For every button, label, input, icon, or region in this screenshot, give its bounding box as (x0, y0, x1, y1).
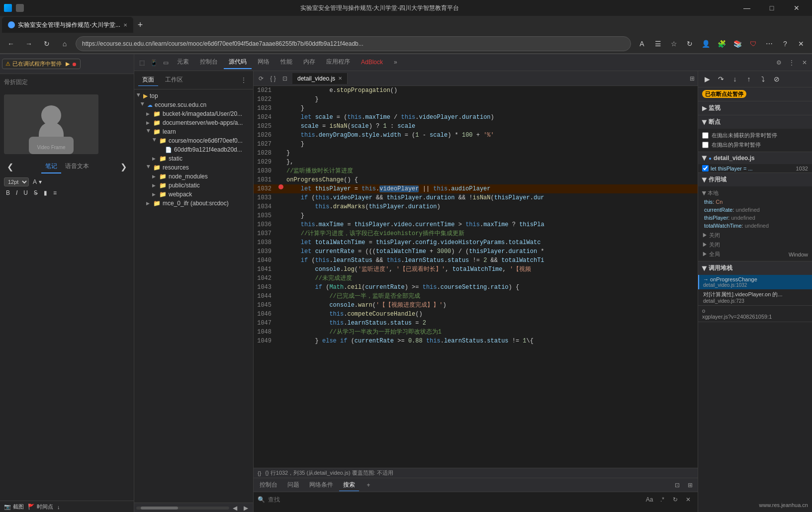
extension-button[interactable]: 🧩 (715, 37, 728, 51)
breakpoint-checkbox-uncaught[interactable] (702, 132, 709, 139)
clear-search-button[interactable]: ✕ (683, 494, 694, 505)
tab-elements[interactable]: 元素 (172, 56, 194, 69)
refresh-button[interactable]: ↻ (40, 37, 54, 51)
code-editor-area[interactable]: 1021 e.stopPropagation() 1022 } 1023 (254, 86, 698, 468)
more-button[interactable]: ⋯ (762, 37, 776, 51)
record-icon[interactable]: ⏺ (72, 61, 77, 67)
url-input[interactable] (76, 36, 631, 51)
call-stack-item-2[interactable]: 对[计算属性].videoPlayer.on 的... detail_video… (698, 289, 812, 305)
devtools-device-icon[interactable]: 📱 (148, 57, 159, 68)
tab-more[interactable]: » (389, 57, 402, 69)
tree-item-60ddfb[interactable]: ▶ 📄 60ddfb9a121f4eadb20d... (134, 145, 253, 154)
minimize-button[interactable]: — (735, 2, 758, 14)
maximize-button[interactable]: □ (760, 2, 783, 14)
tree-item-resources[interactable]: ▶ 📁 resources (134, 163, 253, 172)
file-tree-tab-workspace[interactable]: 工作区 (161, 74, 187, 86)
regex-button[interactable]: .* (657, 494, 668, 505)
prev-button[interactable]: ❮ (4, 161, 16, 172)
next-button[interactable]: ❯ (117, 161, 130, 172)
download-button[interactable]: ↓ (57, 504, 60, 510)
adblock-button[interactable]: 🛡 (746, 37, 760, 51)
sync-icon[interactable]: ⟳ (256, 73, 267, 84)
scope-closed-1[interactable]: ▶ 关闭 (702, 230, 808, 240)
underline-button[interactable]: U (21, 188, 30, 197)
italic-button[interactable]: I (14, 188, 19, 197)
resume-button[interactable]: ▶ (701, 73, 713, 85)
align-button[interactable]: ≡ (51, 188, 59, 197)
favorites-button[interactable]: ☆ (667, 37, 681, 51)
timepoint-button[interactable]: 🚩 时间点 (28, 503, 53, 511)
step-into-button[interactable]: ↓ (729, 73, 741, 85)
case-sensitive-button[interactable]: Aa (644, 494, 655, 505)
tab-network-conditions[interactable]: 网络条件 (305, 479, 337, 491)
back-button[interactable]: ← (4, 37, 18, 51)
profile-button[interactable]: 👤 (699, 37, 713, 51)
code-file-tab-detail-video[interactable]: detail_video.js ✕ (292, 73, 348, 84)
scrollbar-left-icon[interactable]: ◀ (229, 503, 240, 512)
call-stack-item-1[interactable]: → onProgressChange detail_video.js:1032 (698, 275, 812, 289)
browser-tab-active[interactable]: 实验室安全管理与操作规范-大川学堂... ✕ (2, 17, 133, 33)
immersive-reader-button[interactable]: ☰ (651, 37, 665, 51)
bold-button[interactable]: B (4, 188, 12, 197)
tab-adblock[interactable]: AdBlock (356, 57, 388, 69)
tree-item-learn[interactable]: ▶ 📁 learn (134, 127, 253, 136)
devtools-settings-icon[interactable]: ⚙ (773, 57, 784, 68)
tab-sources[interactable]: 源代码 (224, 56, 252, 69)
expand-icon[interactable]: ⊡ (279, 73, 290, 84)
play-icon[interactable]: ▶ (66, 61, 70, 67)
tab-application[interactable]: 应用程序 (321, 56, 355, 69)
new-tab-button[interactable]: + (133, 18, 147, 32)
call-stack-header[interactable]: ▶ 调用堆栈 (698, 261, 812, 275)
step-button[interactable]: ⤵ (757, 73, 769, 85)
step-out-button[interactable]: ↑ (743, 73, 755, 85)
tree-item-node-modules[interactable]: ▶ 📁 node_modules (134, 172, 253, 181)
devtools-inspect-icon[interactable]: ⬚ (136, 57, 147, 68)
screenshot-button[interactable]: 📷 截图 (4, 503, 24, 511)
deactivate-button[interactable]: ⊘ (771, 73, 783, 85)
forward-button[interactable]: → (22, 37, 36, 51)
tab-voice[interactable]: 语音文本 (61, 160, 93, 173)
horizontal-scrollbar[interactable] (136, 507, 229, 510)
tab-network[interactable]: 网络 (253, 56, 274, 69)
breakpoints-header[interactable]: ▶ 断点 (698, 115, 812, 129)
tree-item-webpack[interactable]: ▶ 📁 webpack (134, 190, 253, 199)
console-icon2[interactable]: ⊞ (685, 480, 696, 491)
scrollbar-right-icon[interactable]: ▶ (240, 503, 251, 512)
tree-item-documentserver[interactable]: ▶ 📁 documentserver/web-apps/a... (134, 118, 253, 127)
read-aloud-button[interactable]: A (635, 37, 649, 51)
home-button[interactable]: ⌂ (58, 37, 72, 51)
strikethrough-button[interactable]: S̶ (32, 188, 40, 197)
file-breakpoints-header[interactable]: ▶ ● detail_video.js (698, 152, 812, 164)
format-icon[interactable]: { } (268, 73, 278, 84)
scope-local-label[interactable]: ▶ 本地 (702, 188, 808, 198)
tab-search[interactable]: 搜索 (339, 479, 359, 491)
tab-issues[interactable]: 问题 (283, 479, 303, 491)
scope-global[interactable]: ▶ 全局 Window (702, 250, 808, 259)
file-tab-close-icon[interactable]: ✕ (338, 76, 342, 81)
scope-var-totalWatchTime[interactable]: totalWatchTime: undefined (702, 222, 808, 230)
tab-console[interactable]: 控制台 (195, 56, 223, 69)
file-tree-more-icon[interactable]: ⋮ (238, 75, 249, 85)
tree-item-ecourse[interactable]: ▶ ☁ ecourse.scu.edu.cn (134, 100, 253, 109)
tree-item-bucket[interactable]: ▶ 📁 bucket-k/imagedata/User/20... (134, 109, 253, 118)
tab-memory[interactable]: 内存 (298, 56, 320, 69)
scope-var-thisPlayer[interactable]: thisPlayer: undefined (702, 214, 808, 222)
search-input[interactable] (268, 496, 641, 503)
font-size-select[interactable]: 12pt 14pt 16pt (4, 177, 29, 186)
help-button[interactable]: ? (778, 37, 792, 51)
close-button[interactable]: ✕ (785, 2, 808, 14)
console-icon1[interactable]: ⊡ (672, 480, 683, 491)
tree-item-static[interactable]: ▶ 📁 static (134, 154, 253, 163)
scope-header[interactable]: ▶ 作用域 (698, 173, 812, 186)
devtools-close-panel-icon[interactable]: ▭ (160, 57, 171, 68)
font-color-chevron[interactable]: ▾ (39, 178, 42, 185)
refresh-search-button[interactable]: ↻ (670, 494, 681, 505)
devtools-close-icon[interactable]: ✕ (799, 57, 810, 68)
scope-var-currentRate[interactable]: currentRate: undefined (702, 206, 808, 214)
tree-item-mce[interactable]: ▶ 📁 mce_0_ifr (about:srcdoc) (134, 199, 253, 208)
add-tab-button[interactable]: + (363, 480, 374, 491)
tree-item-top[interactable]: ▶ ▶ top (134, 91, 253, 100)
code-panel-expand-icon[interactable]: ⊞ (687, 74, 698, 83)
tab-performance[interactable]: 性能 (275, 56, 297, 69)
monitor-header[interactable]: ▶ 监视 (698, 101, 812, 115)
